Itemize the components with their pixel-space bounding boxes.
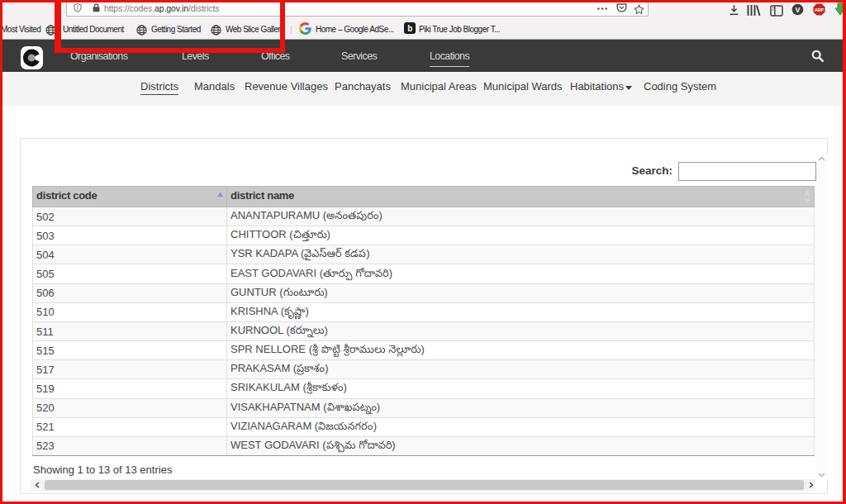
svg-text:b: b bbox=[407, 24, 412, 33]
svg-text:V: V bbox=[796, 6, 801, 14]
svg-text:ABP: ABP bbox=[815, 7, 825, 12]
